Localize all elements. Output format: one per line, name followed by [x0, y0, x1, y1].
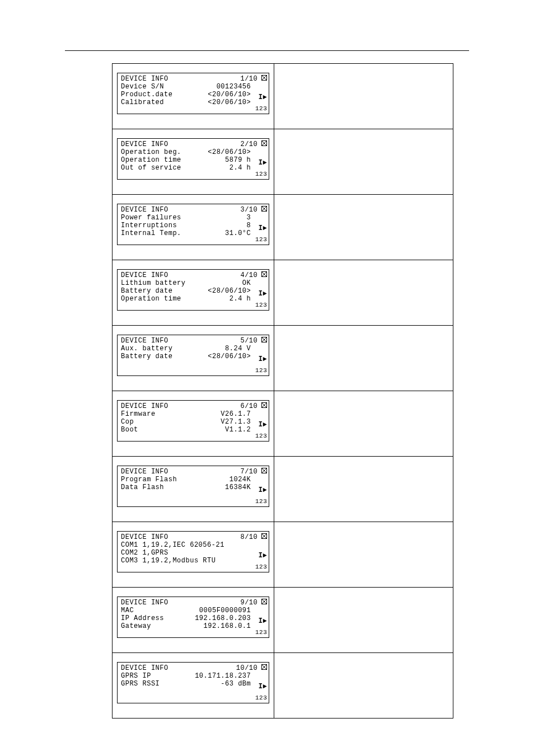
arrow-indicator-icon: I► [259, 159, 267, 167]
lcd-label: Internal Temp. [121, 229, 181, 237]
lcd-header: DEVICE INFO7/10 [121, 468, 265, 476]
lcd-title: DEVICE INFO [121, 533, 168, 541]
lcd-value: <20/06/10> [208, 91, 251, 98]
status-box-icon [261, 533, 267, 539]
lcd-value: OK [242, 279, 251, 287]
lcd-header: DEVICE INFO8/10 [121, 533, 265, 541]
lcd-label: MAC [121, 607, 134, 614]
lcd-value: 192.168.0.203 [195, 614, 251, 622]
description-cell [274, 129, 453, 195]
lcd-header: DEVICE INFO3/10 [121, 206, 265, 214]
lcd-header: DEVICE INFO2/10 [121, 140, 265, 148]
lcd-label: Program Flash [121, 476, 177, 483]
lcd-row: GPRS RSSI-63 dBm [121, 680, 265, 688]
arrow-indicator-icon: I► [259, 552, 267, 560]
lcd-value: 2.4 h [229, 295, 251, 303]
lcd-value: 2.4 h [229, 164, 251, 172]
status-box-icon [261, 664, 267, 670]
lcd-line: COM3 1,19.2,Modbus RTU [121, 557, 265, 565]
description-cell [274, 457, 453, 522]
lcd-row: Lithium batteryOK [121, 279, 265, 287]
lcd-line: COM1 1,19.2,IEC 62056-21 [121, 541, 265, 549]
numeric-indicator: 123 [255, 432, 267, 440]
arrow-indicator-icon: I► [259, 224, 267, 232]
lcd-row: Gateway192.168.0.1 [121, 622, 265, 630]
lcd-label: Operation beg. [121, 148, 181, 156]
lcd-screen-9: DEVICE INFO9/10MAC0005F0000091IP Address… [117, 597, 269, 638]
numeric-indicator: 123 [255, 694, 267, 702]
status-box-icon [261, 206, 267, 212]
lcd-screen-10: DEVICE INFO10/10GPRS IP10.171.18.237GPRS… [117, 662, 269, 703]
lcd-row: Calibrated<20/06/10> [121, 98, 265, 106]
lcd-row: Interruptions8 [121, 222, 265, 229]
status-box-icon [261, 140, 267, 146]
lcd-label: Battery date [121, 287, 172, 295]
lcd-label: Out of service [121, 164, 181, 172]
lcd-header: DEVICE INFO1/10 [121, 75, 265, 83]
lcd-header: DEVICE INFO5/10 [121, 337, 265, 345]
lcd-row: Device S/N00123456 [121, 83, 265, 91]
lcd-label: Power failures [121, 214, 181, 222]
description-cell [274, 260, 453, 326]
lcd-row: Out of service2.4 h [121, 164, 265, 172]
lcd-row: Battery date<28/06/10> [121, 353, 265, 360]
numeric-indicator: 123 [255, 563, 267, 571]
lcd-row: GPRS IP10.171.18.237 [121, 672, 265, 680]
lcd-value: 31.0°C [225, 229, 251, 237]
lcd-header: DEVICE INFO9/10 [121, 599, 265, 607]
numeric-indicator: 123 [255, 628, 267, 636]
numeric-indicator: 123 [255, 236, 267, 243]
lcd-value: V26.1.7 [221, 410, 251, 418]
lcd-title: DEVICE INFO [121, 468, 168, 476]
lcd-row: Power failures3 [121, 214, 265, 222]
lcd-screen-5: DEVICE INFO5/10Aux. battery8.24 VBattery… [117, 335, 269, 376]
lcd-title: DEVICE INFO [121, 140, 168, 148]
arrow-indicator-icon: I► [259, 486, 267, 494]
lcd-label: Operation time [121, 295, 181, 303]
lcd-row: Data Flash16384K [121, 483, 265, 491]
lcd-label: Device S/N [121, 83, 164, 91]
lcd-row: Aux. battery8.24 V [121, 345, 265, 353]
lcd-value: V27.1.3 [221, 418, 251, 426]
description-cell [274, 588, 453, 653]
numeric-indicator: 123 [255, 367, 267, 374]
lcd-row: FirmwareV26.1.7 [121, 410, 265, 418]
numeric-indicator: 123 [255, 497, 267, 505]
description-cell [274, 653, 453, 719]
lcd-value: 0005F0000091 [199, 607, 251, 614]
lcd-value: 5879 h [225, 156, 251, 164]
lcd-screen-2: DEVICE INFO2/10Operation beg.<28/06/10>O… [117, 138, 269, 180]
status-box-icon [261, 402, 267, 408]
lcd-header: DEVICE INFO6/10 [121, 402, 265, 410]
lcd-value: 10.171.18.237 [195, 672, 251, 680]
lcd-row: BootV1.1.2 [121, 426, 265, 434]
arrow-indicator-icon: I► [259, 421, 267, 429]
lcd-label: Operation time [121, 156, 181, 164]
lcd-label: Data Flash [121, 483, 164, 491]
lcd-title: DEVICE INFO [121, 664, 168, 672]
lcd-row: Product.date<20/06/10> [121, 91, 265, 98]
lcd-row: Operation beg.<28/06/10> [121, 148, 265, 156]
lcd-title: DEVICE INFO [121, 75, 168, 83]
description-cell [274, 64, 453, 129]
lcd-header: DEVICE INFO10/10 [121, 664, 265, 672]
numeric-indicator: 123 [255, 105, 267, 112]
status-box-icon [261, 599, 267, 604]
lcd-value: 16384K [225, 483, 251, 491]
lcd-label: Boot [121, 426, 138, 434]
lcd-screen-3: DEVICE INFO3/10Power failures3Interrupti… [117, 204, 269, 245]
lcd-label: Interruptions [121, 222, 177, 229]
lcd-row: Program Flash1024K [121, 476, 265, 483]
lcd-title: DEVICE INFO [121, 402, 168, 410]
numeric-indicator: 123 [255, 301, 267, 309]
lcd-title: DEVICE INFO [121, 271, 168, 279]
lcd-value: 00123456 [217, 83, 251, 91]
lcd-label: Lithium battery [121, 279, 186, 287]
lcd-title: DEVICE INFO [121, 206, 168, 214]
lcd-row: Operation time2.4 h [121, 295, 265, 303]
arrow-indicator-icon: I► [259, 290, 267, 298]
lcd-value: <28/06/10> [208, 353, 251, 360]
arrow-indicator-icon: I► [259, 683, 267, 691]
lcd-title: DEVICE INFO [121, 599, 168, 607]
lcd-line: COM2 1,GPRS [121, 549, 265, 557]
